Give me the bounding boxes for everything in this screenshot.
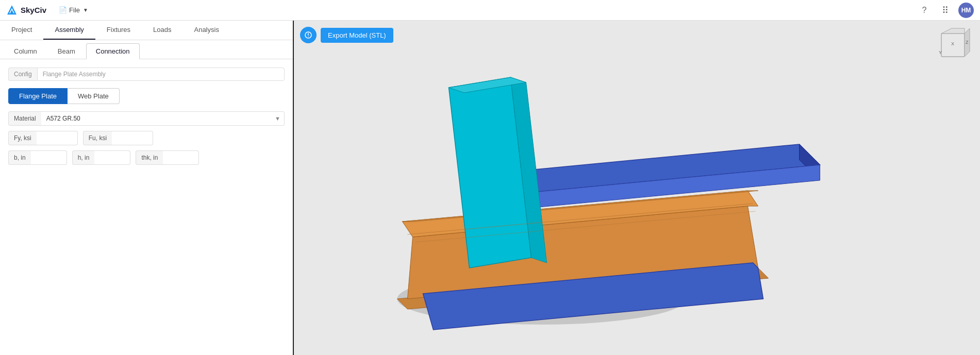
user-avatar[interactable]: HM [958,3,974,18]
sub-tab-beam[interactable]: Beam [48,43,85,59]
sub-tab-column[interactable]: Column [4,43,47,59]
file-icon: 📄 [59,6,67,14]
sub-tabs: Column Beam Connection [0,40,293,59]
compass-button[interactable] [300,27,317,43]
compass-icon [304,31,312,39]
tab-project[interactable]: Project [0,21,43,40]
b-label: b, in [8,150,31,165]
tab-loads[interactable]: Loads [142,21,182,40]
apps-icon: ⠿ [942,5,949,16]
material-label: Material [8,111,41,126]
panel-content: Config Flange Plate Assembly Flange Plat… [0,59,293,355]
file-menu[interactable]: 📄 File ▼ [59,6,88,14]
fu-label: Fu, ksi [83,131,112,145]
svg-text:Z: Z [966,40,969,45]
topbar: SkyCiv 📄 File ▼ ? ⠿ HM [0,0,980,21]
tab-analysis[interactable]: Analysis [182,21,230,40]
sub-tab-connection[interactable]: Connection [86,43,140,59]
nav-tabs: Project Assembly Fixtures Loads Analysis [0,21,293,40]
fy-input[interactable]: 50 [37,131,78,145]
skyciv-logo-icon [6,5,18,16]
help-button[interactable]: ? [917,3,932,18]
main-layout: Project Assembly Fixtures Loads Analysis… [0,21,980,355]
fy-fu-row: Fy, ksi 50 Fu, ksi 65 [8,131,285,145]
config-label: Config [8,67,37,81]
fy-group: Fy, ksi 50 [8,131,78,145]
material-row: Material A572 GR.50A36A992 ▼ [8,111,285,126]
svg-marker-4 [308,35,309,38]
h-label: h, in [72,150,95,165]
thk-label: thk, in [136,150,163,165]
svg-text:Y: Y [939,50,942,55]
app-logo: SkyCiv [6,5,46,16]
config-row: Config Flange Plate Assembly [8,67,285,81]
svg-marker-3 [308,32,309,35]
dims-row: b, in 45 h, in 16 thk, in 1.5 [8,150,285,165]
topbar-icons: ? ⠿ HM [917,3,974,18]
plate-toggle-group: Flange Plate Web Plate [8,88,285,104]
3d-scene-svg [294,21,980,355]
right-panel: Export Model (STL) X Y Z [294,21,980,355]
config-value: Flange Plate Assembly [37,67,285,81]
svg-marker-6 [941,28,965,33]
tab-assembly[interactable]: Assembly [43,21,95,40]
apps-button[interactable]: ⠿ [938,3,952,18]
svg-text:X: X [951,41,954,46]
orientation-cube: X Y Z [934,26,975,67]
flange-plate-button[interactable]: Flange Plate [8,88,68,104]
fu-group: Fu, ksi 65 [83,131,153,145]
h-input[interactable]: 16 [94,150,130,165]
fy-label: Fy, ksi [8,131,37,145]
web-plate-button[interactable]: Web Plate [68,88,120,104]
thk-group: thk, in 1.5 [136,150,199,165]
thk-input[interactable]: 1.5 [163,150,199,165]
orientation-cube-svg: X Y Z [934,26,975,67]
file-label: File [69,6,80,14]
h-group: h, in 16 [72,150,131,165]
app-name: SkyCiv [21,6,46,14]
tab-fixtures[interactable]: Fixtures [95,21,142,40]
left-panel: Project Assembly Fixtures Loads Analysis… [0,21,294,355]
material-select-wrap: A572 GR.50A36A992 ▼ [41,111,285,126]
material-select[interactable]: A572 GR.50A36A992 [41,111,285,126]
3d-toolbar: Export Model (STL) [300,27,393,43]
fu-input[interactable]: 65 [112,131,153,145]
b-input[interactable]: 45 [31,150,67,165]
export-model-button[interactable]: Export Model (STL) [321,28,393,43]
b-group: b, in 45 [8,150,67,165]
file-chevron-icon: ▼ [83,7,88,13]
